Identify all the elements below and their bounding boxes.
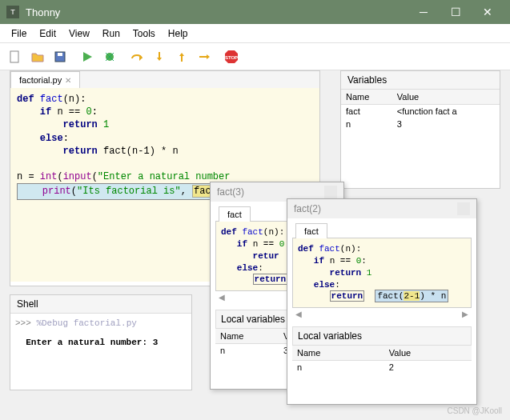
popup-close-icon[interactable] xyxy=(457,202,470,215)
menubar: File Edit View Run Tools Help xyxy=(0,24,510,43)
svg-text:STOP: STOP xyxy=(225,55,238,60)
editor-tab[interactable]: factorial.py✕ xyxy=(10,71,80,88)
menu-file[interactable]: File xyxy=(5,26,33,41)
variables-table: NameValue fact<function fact a n3 xyxy=(341,90,500,130)
window-title: Thonny xyxy=(26,6,408,18)
menu-tools[interactable]: Tools xyxy=(126,26,162,41)
inner-tab[interactable]: fact xyxy=(295,223,327,238)
variables-title: Variables xyxy=(341,71,500,90)
shell-title: Shell xyxy=(10,295,191,314)
close-button[interactable]: ✕ xyxy=(472,0,504,24)
col-name[interactable]: Name xyxy=(341,90,392,105)
local-vars-title: Local variables xyxy=(292,326,472,346)
toolbar: STOP xyxy=(0,43,510,70)
menu-view[interactable]: View xyxy=(62,26,96,41)
svg-marker-6 xyxy=(157,58,162,61)
menu-run[interactable]: Run xyxy=(96,26,126,41)
table-row[interactable]: n3 xyxy=(341,118,500,130)
menu-help[interactable]: Help xyxy=(162,26,195,41)
variables-panel: Variables NameValue fact<function fact a… xyxy=(340,70,500,189)
titlebar: T Thonny ─ ☐ ✕ xyxy=(0,0,510,24)
watermark: CSDN @JKooll xyxy=(447,406,502,415)
inner-tab[interactable]: fact xyxy=(219,206,251,222)
col-value[interactable]: Value xyxy=(392,90,500,105)
save-file-icon[interactable] xyxy=(51,48,69,66)
svg-marker-8 xyxy=(207,54,210,59)
maximize-button[interactable]: ☐ xyxy=(440,0,472,24)
new-file-icon[interactable] xyxy=(6,48,24,66)
svg-marker-7 xyxy=(179,53,184,56)
inner-code: def fact(n): if n == 0: return 1 else: r… xyxy=(292,238,472,308)
frame-popup-fact2[interactable]: fact(2) fact def fact(n): if n == 0: ret… xyxy=(287,198,477,405)
menu-edit[interactable]: Edit xyxy=(33,26,62,41)
svg-rect-2 xyxy=(58,53,62,56)
table-row[interactable]: n2 xyxy=(292,361,472,374)
debug-icon[interactable] xyxy=(101,48,118,66)
resume-icon[interactable] xyxy=(195,48,213,66)
app-icon: T xyxy=(6,6,19,18)
minimize-button[interactable]: ─ xyxy=(408,0,440,24)
popup-title: fact(2) xyxy=(294,203,321,214)
step-out-icon[interactable] xyxy=(173,48,191,66)
run-icon[interactable] xyxy=(78,48,96,66)
svg-rect-0 xyxy=(10,51,18,62)
stop-icon[interactable]: STOP xyxy=(223,48,240,66)
table-row[interactable]: fact<function fact a xyxy=(341,105,500,118)
popup-close-icon[interactable] xyxy=(324,186,337,198)
shell-content[interactable]: >>> %Debug factorial.py Enter a natural … xyxy=(10,314,191,352)
svg-marker-3 xyxy=(83,52,92,62)
step-into-icon[interactable] xyxy=(151,48,168,66)
tab-label: factorial.py xyxy=(19,75,62,85)
open-file-icon[interactable] xyxy=(29,48,46,66)
popup-title: fact(3) xyxy=(217,186,244,198)
step-over-icon[interactable] xyxy=(128,48,146,66)
shell-panel: Shell >>> %Debug factorial.py Enter a na… xyxy=(10,294,192,390)
tab-close-icon[interactable]: ✕ xyxy=(65,76,71,85)
